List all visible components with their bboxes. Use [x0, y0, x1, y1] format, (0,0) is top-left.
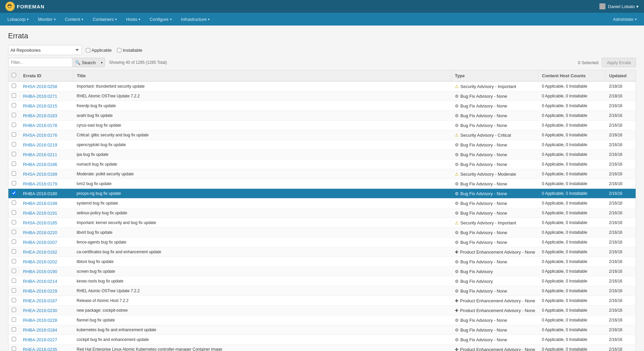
table-row[interactable]: RHBA-2016:0186numactl bug fix update⚙Bug… — [8, 160, 636, 169]
apply-errata-button[interactable]: Apply Errata — [602, 58, 636, 67]
row-checkbox[interactable] — [12, 278, 16, 283]
row-checkbox[interactable] — [12, 181, 16, 185]
table-row[interactable]: RHBA-2016:0211ipa bug fix update⚙Bug Fix… — [8, 150, 636, 160]
installable-checkbox-label[interactable]: Installable — [117, 48, 143, 53]
applicable-checkbox[interactable] — [86, 48, 90, 52]
applicable-checkbox-label[interactable]: Applicable — [86, 48, 112, 53]
table-row[interactable]: RHSA-2016:0189Moderate: polkit security … — [8, 169, 636, 179]
table-row[interactable]: RHBA-2016:0215freerdp bug fix update⚙Bug… — [8, 101, 636, 111]
nav-item-content[interactable]: Content ▾ — [60, 13, 88, 26]
table-row[interactable]: RHBA-2016:0271RHEL Atomic OSTree Update … — [8, 91, 636, 101]
row-checkbox[interactable] — [12, 113, 16, 117]
table-row[interactable]: RHBA-2016:0179lvm2 bug fix update⚙Bug Fi… — [8, 179, 636, 189]
row-checkbox[interactable] — [12, 327, 16, 332]
search-button[interactable]: 🔍 Search — [72, 58, 99, 67]
table-row[interactable]: RHBA-2016:0178cyrus-sasl bug fix update⚙… — [8, 121, 636, 130]
errata-id-link[interactable]: RHSA-2016:0258 — [23, 84, 57, 89]
table-row[interactable]: RHEA-2016:0230new package: cockpit-ostre… — [8, 306, 636, 315]
errata-id-link[interactable]: RHBA-2016:0219 — [23, 142, 57, 147]
table-row[interactable]: RHSA-2016:0258Important: thunderbird sec… — [8, 81, 636, 91]
errata-id-link[interactable]: RHBA-2016:0183 — [23, 113, 57, 118]
row-checkbox[interactable] — [12, 142, 16, 146]
errata-id-link[interactable]: RHEA-2016:0187 — [23, 298, 57, 303]
nav-item-containers[interactable]: Containers ▾ — [88, 13, 121, 26]
errata-id-link[interactable]: RHBA-2016:0207 — [23, 240, 57, 245]
errata-id-link[interactable]: RHEA-2016:0235 — [23, 347, 57, 351]
errata-id-link[interactable]: RHBA-2016:0186 — [23, 162, 57, 167]
errata-id-link[interactable]: RHBA-2016:0227 — [23, 337, 57, 342]
table-row[interactable]: RHSA-2016:0185Important: kernel security… — [8, 218, 636, 228]
row-checkbox[interactable] — [12, 210, 16, 215]
nav-item-configure[interactable]: Configure ▾ — [145, 13, 176, 26]
row-checkbox[interactable] — [12, 259, 16, 263]
errata-id-link[interactable]: RHSA-2016:0176 — [23, 133, 57, 138]
errata-id-link[interactable]: RHBA-2016:0190 — [23, 269, 57, 274]
errata-id-link[interactable]: RHBA-2016:0271 — [23, 94, 57, 99]
errata-id-link[interactable]: RHBA-2016:0228 — [23, 318, 57, 323]
nav-item-administer[interactable]: Administer ▾ — [608, 17, 641, 22]
row-checkbox[interactable] — [12, 220, 16, 224]
row-checkbox[interactable] — [12, 191, 16, 195]
table-row[interactable]: RHBA-2016:0207fence-agents bug fix updat… — [8, 237, 636, 247]
table-row[interactable]: RHBA-2016:0180procps-ng bug fix update⚙B… — [8, 189, 636, 199]
row-checkbox[interactable] — [12, 317, 16, 322]
search-dropdown-button[interactable]: ▾ — [99, 58, 105, 67]
errata-id-link[interactable]: RHBA-2016:0184 — [23, 327, 57, 333]
row-checkbox[interactable] — [12, 132, 16, 137]
row-checkbox[interactable] — [12, 308, 16, 312]
row-checkbox[interactable] — [12, 103, 16, 107]
errata-id-link[interactable]: RHSA-2016:0185 — [23, 220, 57, 225]
row-checkbox[interactable] — [12, 93, 16, 98]
errata-id-link[interactable]: RHBA-2016:0180 — [23, 191, 57, 196]
errata-id-link[interactable]: RHBA-2016:0229 — [23, 289, 57, 294]
table-row[interactable]: RHBA-2016:0220libvirt bug fix update⚙Bug… — [8, 228, 636, 237]
table-row[interactable]: RHBA-2016:0184kubernetes bug fix and enh… — [8, 325, 636, 335]
table-row[interactable]: RHBA-2016:0202libtool bug fix update⚙Bug… — [8, 257, 636, 267]
row-checkbox[interactable] — [12, 249, 16, 254]
errata-id-link[interactable]: RHBA-2016:0178 — [23, 123, 57, 128]
errata-id-link[interactable]: RHEA-2016:0230 — [23, 308, 57, 313]
topbar-user-caret-icon[interactable]: ▾ — [636, 4, 639, 9]
table-row[interactable]: RHEA-2016:0235Red Hat Enterprise Linux A… — [8, 345, 636, 351]
nav-item-lobacorp[interactable]: Lobacorp ▾ — [3, 13, 33, 26]
table-row[interactable]: RHEA-2016:0187Release of Atomic Host 7.2… — [8, 296, 636, 306]
repository-select[interactable]: All Repositories — [8, 45, 82, 55]
select-all-checkbox[interactable] — [12, 73, 16, 77]
row-checkbox[interactable] — [12, 298, 16, 302]
row-checkbox[interactable] — [12, 269, 16, 273]
table-row[interactable]: RHBA-2016:0219opencryptoki bug fix updat… — [8, 140, 636, 150]
table-row[interactable]: RHBA-2016:0227cockpit bug fix and enhanc… — [8, 335, 636, 345]
errata-id-link[interactable]: RHEA-2016:0182 — [23, 250, 57, 255]
table-row[interactable]: RHBA-2016:0228flannel bug fix update⚙Bug… — [8, 315, 636, 325]
row-checkbox[interactable] — [12, 162, 16, 166]
installable-checkbox[interactable] — [117, 48, 121, 52]
table-row[interactable]: RHSA-2016:0176Critical: glibc security a… — [8, 130, 636, 140]
row-checkbox[interactable] — [12, 288, 16, 293]
errata-id-link[interactable]: RHBA-2016:0211 — [23, 152, 57, 157]
errata-id-link[interactable]: RHBA-2016:0202 — [23, 259, 57, 264]
table-row[interactable]: RHEA-2016:0182ca-certificates bug fix an… — [8, 247, 636, 257]
row-checkbox[interactable] — [12, 230, 16, 234]
row-checkbox[interactable] — [12, 201, 16, 205]
table-row[interactable]: RHBA-2016:0229RHEL Atomic OSTree Update … — [8, 286, 636, 296]
row-checkbox[interactable] — [12, 171, 16, 176]
errata-id-link[interactable]: RHSA-2016:0189 — [23, 172, 57, 177]
table-row[interactable]: RHBA-2016:0199systemd bug fix update⚙Bug… — [8, 199, 636, 208]
row-checkbox[interactable] — [12, 123, 16, 127]
row-checkbox[interactable] — [12, 347, 16, 351]
row-checkbox[interactable] — [12, 239, 16, 244]
table-row[interactable]: RHBA-2016:0190screen bug fix update⚙Bug … — [8, 267, 636, 276]
table-row[interactable]: RHBA-2016:0191selinux-policy bug fix upd… — [8, 208, 636, 218]
row-checkbox[interactable] — [12, 152, 16, 156]
row-checkbox[interactable] — [12, 337, 16, 341]
errata-id-link[interactable]: RHBA-2016:0214 — [23, 279, 57, 284]
errata-id-link[interactable]: RHBA-2016:0191 — [23, 211, 57, 216]
errata-id-link[interactable]: RHBA-2016:0199 — [23, 201, 57, 206]
row-checkbox[interactable] — [12, 84, 16, 88]
table-row[interactable]: RHBA-2016:0183avahi bug fix update⚙Bug F… — [8, 111, 636, 121]
nav-item-infrastructure[interactable]: Infrastructure ▾ — [176, 13, 215, 26]
table-row[interactable]: RHBA-2016:0214kexec-tools bug fix update… — [8, 276, 636, 286]
errata-id-link[interactable]: RHBA-2016:0215 — [23, 103, 57, 108]
filter-input[interactable] — [8, 58, 72, 67]
errata-id-link[interactable]: RHBA-2016:0220 — [23, 230, 57, 235]
